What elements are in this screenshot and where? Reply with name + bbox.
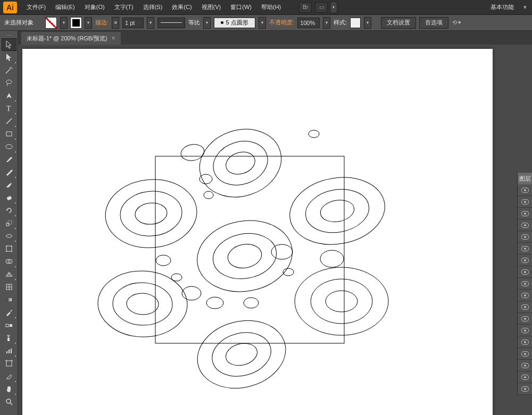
arrange-dropdown[interactable]: ▾ (330, 2, 337, 13)
width-tool[interactable] (2, 230, 16, 242)
layer-visibility-toggle[interactable] (518, 348, 532, 360)
paintbrush-tool[interactable] (2, 153, 16, 166)
close-tab-icon[interactable]: × (112, 35, 115, 42)
pencil-tool[interactable] (2, 166, 16, 179)
layer-visibility-toggle[interactable] (518, 243, 532, 255)
profile-dropdown[interactable]: ▾ (203, 17, 211, 29)
svg-point-52 (207, 327, 276, 383)
arrange-button[interactable]: ▭ (315, 2, 328, 13)
document-setup-button[interactable]: 文档设置 (381, 17, 416, 29)
reset-icon[interactable]: ⟲✦ (452, 18, 462, 28)
layers-panel[interactable]: 图层 (517, 173, 532, 395)
artboard[interactable] (22, 49, 493, 415)
stroke-weight-input[interactable] (122, 18, 144, 28)
layer-visibility-toggle[interactable] (518, 360, 532, 371)
opacity-dropdown[interactable]: ▾ (323, 17, 330, 29)
stroke-swatch[interactable] (71, 18, 81, 28)
svg-rect-24 (11, 349, 12, 353)
layer-visibility-toggle[interactable] (518, 383, 532, 395)
svg-point-53 (223, 340, 260, 368)
artboard-tool[interactable] (2, 357, 16, 370)
layer-visibility-toggle[interactable] (518, 266, 532, 278)
svg-point-10 (11, 245, 12, 247)
lasso-tool[interactable] (2, 77, 16, 89)
gradient-tool[interactable] (2, 293, 16, 306)
menu-edit[interactable]: 编辑(E) (51, 1, 79, 13)
mesh-tool[interactable] (2, 281, 16, 293)
blob-brush-tool[interactable] (2, 179, 16, 191)
layer-visibility-toggle[interactable] (518, 278, 532, 290)
svg-rect-21 (7, 338, 10, 341)
type-tool[interactable]: T (2, 102, 16, 115)
layer-visibility-toggle[interactable] (518, 208, 532, 219)
column-graph-tool[interactable] (2, 344, 16, 357)
menu-select[interactable]: 选择(S) (139, 1, 167, 13)
svg-line-31 (10, 403, 12, 405)
menu-file[interactable]: 文件(F) (22, 1, 50, 13)
layer-visibility-toggle[interactable] (518, 219, 532, 231)
eyedropper-tool[interactable] (2, 306, 16, 319)
workspace-switcher[interactable]: 基本功能 (484, 1, 520, 13)
slice-tool[interactable] (2, 370, 16, 383)
symbol-sprayer-tool[interactable] (2, 332, 16, 344)
stroke-profile[interactable] (157, 18, 185, 28)
document-tab[interactable]: 未标题-1* @ 200% (RGB/预览) × (21, 32, 121, 45)
opacity-input[interactable] (297, 18, 320, 28)
svg-point-37 (119, 189, 184, 239)
svg-point-62 (271, 244, 293, 259)
svg-rect-8 (6, 246, 12, 251)
shape-builder-tool[interactable] (2, 255, 16, 268)
rotate-tool[interactable] (2, 204, 16, 217)
svg-point-40 (302, 184, 372, 238)
hand-tool[interactable] (2, 383, 16, 395)
menu-effect[interactable]: 效果(C) (168, 1, 196, 13)
perspective-grid-tool[interactable] (2, 268, 16, 281)
bridge-button[interactable]: Br (299, 2, 312, 13)
style-dropdown[interactable]: ▾ (364, 17, 371, 29)
preferences-button[interactable]: 首选项 (419, 17, 448, 29)
ellipse-tool[interactable] (2, 140, 16, 153)
workspace-dropdown[interactable]: ▾ (521, 2, 529, 13)
line-tool[interactable] (2, 115, 16, 128)
svg-point-61 (244, 298, 259, 308)
layer-visibility-toggle[interactable] (518, 196, 532, 208)
layer-visibility-toggle[interactable] (518, 290, 532, 301)
layer-visibility-toggle[interactable] (518, 231, 532, 243)
graphic-style-swatch[interactable] (350, 18, 361, 28)
eye-icon (521, 211, 529, 216)
layer-visibility-toggle[interactable] (518, 325, 532, 336)
layer-visibility-toggle[interactable] (518, 336, 532, 348)
layer-visibility-toggle[interactable] (518, 371, 532, 383)
menu-type[interactable]: 文字(T) (110, 1, 138, 13)
fill-dropdown[interactable]: ▾ (60, 17, 68, 29)
fill-swatch[interactable] (45, 17, 57, 29)
layers-panel-tab[interactable]: 图层 (518, 173, 532, 184)
stroke-dropdown[interactable]: ▾ (85, 17, 92, 29)
direct-selection-tool[interactable] (2, 51, 16, 64)
eraser-tool[interactable] (2, 191, 16, 204)
layer-visibility-toggle[interactable] (518, 313, 532, 325)
layer-visibility-toggle[interactable] (518, 255, 532, 266)
toolbox-handle[interactable] (1, 33, 17, 37)
rectangle-tool[interactable] (2, 128, 16, 140)
eye-icon (521, 328, 529, 333)
menu-help[interactable]: 帮助(H) (257, 1, 285, 13)
layer-visibility-toggle[interactable] (518, 301, 532, 313)
zoom-tool[interactable] (2, 395, 16, 408)
selection-tool[interactable] (2, 38, 16, 51)
menu-view[interactable]: 视图(V) (197, 1, 226, 13)
brush-dropdown[interactable]: ▾ (259, 17, 266, 29)
blend-tool[interactable] (2, 319, 16, 332)
layer-visibility-toggle[interactable] (518, 184, 532, 196)
pen-tool[interactable] (2, 89, 16, 102)
menu-window[interactable]: 窗口(W) (226, 1, 256, 13)
canvas-viewport[interactable] (18, 45, 532, 415)
brush-definition[interactable]: 5 点圆形 (214, 18, 255, 28)
free-transform-tool[interactable] (2, 242, 16, 255)
menu-object[interactable]: 对象(O) (80, 1, 109, 13)
scale-tool[interactable] (2, 217, 16, 230)
stroke-weight-stepper[interactable]: ≑ (112, 17, 119, 29)
svg-rect-18 (6, 298, 12, 301)
magic-wand-tool[interactable] (2, 64, 16, 77)
stroke-weight-dropdown[interactable]: ▾ (147, 17, 154, 29)
